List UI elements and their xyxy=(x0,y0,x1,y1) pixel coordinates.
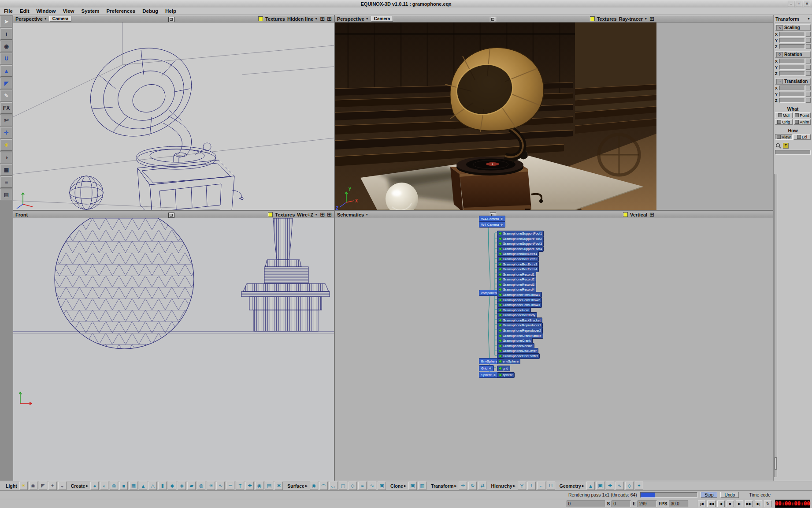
bevel-icon[interactable]: ◇ xyxy=(625,482,634,490)
cross-primitive-icon[interactable]: ✚ xyxy=(245,482,254,490)
view-type-dropdown[interactable]: Schematics xyxy=(337,212,364,217)
end-frame-field[interactable] xyxy=(638,501,657,507)
spot-light-icon[interactable]: ◤ xyxy=(39,482,47,490)
gem-primitive-icon[interactable]: ◈ xyxy=(178,482,186,490)
point-light-icon[interactable]: ☀ xyxy=(19,482,28,490)
cylinder-primitive-icon[interactable]: ▮ xyxy=(158,482,167,490)
translation-z-field[interactable] xyxy=(779,98,805,103)
scaling-x-field[interactable] xyxy=(779,32,805,37)
light-group-label[interactable]: Light xyxy=(6,483,17,489)
rotation-x-slider[interactable] xyxy=(806,59,811,64)
translation-z-slider[interactable] xyxy=(806,98,811,103)
diamond-primitive-icon[interactable]: ◆ xyxy=(168,482,176,490)
fast-forward-button[interactable]: ▶▶ xyxy=(745,501,753,507)
textures-checkbox[interactable] xyxy=(258,16,263,21)
scale-icon[interactable]: ⇄ xyxy=(478,482,486,490)
move-icon[interactable]: ✛ xyxy=(459,482,467,490)
merge-icon[interactable]: ✚ xyxy=(606,482,614,490)
ungroup-icon[interactable]: ⊔ xyxy=(547,482,555,490)
duplicate-icon[interactable]: ▣ xyxy=(408,482,417,490)
hemisphere-primitive-icon[interactable]: ◐ xyxy=(100,482,108,490)
go-to-start-button[interactable]: |◀ xyxy=(698,501,705,507)
wireframe-canvas[interactable] xyxy=(13,22,334,210)
schematic-node[interactable]: envSphere xyxy=(497,359,520,364)
texture-tool-icon[interactable]: ▦ xyxy=(0,164,12,176)
burst-primitive-icon[interactable]: ✱ xyxy=(274,482,283,490)
surface-group-label[interactable]: Surface▶ xyxy=(287,483,308,489)
scaling-z-slider[interactable] xyxy=(806,44,811,49)
revolve-icon[interactable]: ▣ xyxy=(378,482,386,490)
maximize-viewport-icon[interactable] xyxy=(168,213,174,218)
curve-primitive-icon[interactable]: ∿ xyxy=(216,482,225,490)
mirror-icon[interactable]: ✦ xyxy=(635,482,643,490)
shading-mode-dropdown[interactable]: Wire+Z xyxy=(297,212,313,217)
scaling-z-field[interactable] xyxy=(779,44,805,49)
rotation-z-slider[interactable] xyxy=(806,71,811,76)
smooth-icon[interactable]: ∿ xyxy=(615,482,624,490)
maximize-viewport-icon[interactable] xyxy=(490,17,496,22)
rotation-z-field[interactable] xyxy=(779,71,805,76)
stop-playback-button[interactable]: ■ xyxy=(727,501,734,507)
layout-grid-icon[interactable]: ⊞ xyxy=(649,16,654,22)
layout-grid-icon[interactable]: ⊞ xyxy=(327,16,332,22)
terrain-primitive-icon[interactable]: ▤ xyxy=(265,482,273,490)
schematics-canvas[interactable]: W4-Camera W4-Camera components Gramophon… xyxy=(335,218,773,481)
select-tool-icon[interactable]: ➤ xyxy=(0,16,12,27)
view-type-dropdown[interactable]: Front xyxy=(15,212,28,217)
textures-checkbox[interactable] xyxy=(268,212,273,217)
scaling-y-slider[interactable] xyxy=(806,38,811,43)
star-primitive-icon[interactable]: ✳ xyxy=(207,482,215,490)
menu-view[interactable]: View xyxy=(63,8,74,14)
material-tool-icon[interactable]: ◑ xyxy=(0,152,12,163)
step-back-button[interactable]: ◀ xyxy=(717,501,725,507)
layout-grid-icon[interactable]: ⊞ xyxy=(320,16,325,22)
create-group-label[interactable]: Create▶ xyxy=(71,483,89,489)
rotation-section-header[interactable]: ↻ Rotation xyxy=(775,51,811,58)
spotlight-tool-icon[interactable]: ◤ xyxy=(0,78,12,89)
stack-primitive-icon[interactable]: ☰ xyxy=(226,482,234,490)
scaling-section-header[interactable]: ↘ Scaling xyxy=(775,24,811,31)
sphere-primitive-icon[interactable]: ● xyxy=(90,482,99,490)
view-button[interactable]: View xyxy=(775,134,793,140)
triangulate-icon[interactable]: ▲ xyxy=(586,482,595,490)
unparent-icon[interactable]: ⊥ xyxy=(527,482,536,490)
rotation-y-slider[interactable] xyxy=(806,65,811,70)
menu-file[interactable]: File xyxy=(4,8,13,14)
schematic-group-node[interactable]: Grid xyxy=(479,365,494,371)
translation-section-header[interactable]: → Translation xyxy=(775,78,811,85)
torus-primitive-icon[interactable]: ◎ xyxy=(110,482,118,490)
plane-primitive-icon[interactable]: ▰ xyxy=(187,482,196,490)
view-type-dropdown[interactable]: Perspective xyxy=(337,16,364,22)
glow-light-icon[interactable]: ✦ xyxy=(48,482,57,490)
translation-x-slider[interactable] xyxy=(806,86,811,90)
schematic-group-node[interactable]: Sphere xyxy=(479,372,498,378)
menu-edit[interactable]: Edit xyxy=(20,8,30,14)
schematic-node[interactable]: grid xyxy=(497,366,510,371)
parent-icon[interactable]: Y xyxy=(518,482,526,490)
schematic-group-node[interactable]: W4-Camera xyxy=(479,216,505,222)
schematic-node[interactable]: sphere xyxy=(497,372,515,378)
rotate-icon[interactable]: ↻ xyxy=(468,482,477,490)
view-type-dropdown[interactable]: Perspective xyxy=(15,16,43,22)
hierarchy-group-label[interactable]: Hierarchy▶ xyxy=(491,483,515,489)
knife-tool-icon[interactable]: ✄ xyxy=(0,115,12,126)
subdivide-icon[interactable]: ▣ xyxy=(596,482,604,490)
schematic-camera-node[interactable]: W4-Camera xyxy=(479,221,505,228)
fps-field[interactable] xyxy=(669,501,688,507)
grid-primitive-icon[interactable]: ▦ xyxy=(129,482,137,490)
textures-checkbox[interactable] xyxy=(590,16,595,21)
mdl-button[interactable]: Mdl xyxy=(775,112,793,118)
geometry-group-label[interactable]: Geometry▶ xyxy=(560,483,584,489)
arc-down-icon[interactable]: ◡ xyxy=(329,482,337,490)
rotation-x-field[interactable] xyxy=(779,59,805,64)
transform-panel-title[interactable]: Transform xyxy=(775,16,799,22)
vertical-checkbox[interactable] xyxy=(623,212,628,217)
close-button[interactable]: ✕ xyxy=(804,1,810,7)
primitive-tool-icon[interactable]: ▲ xyxy=(0,65,12,77)
menu-system[interactable]: System xyxy=(82,8,100,14)
info-tool-icon[interactable]: i xyxy=(0,28,12,40)
play-button[interactable]: ▶ xyxy=(736,501,743,507)
search-icon[interactable] xyxy=(775,143,781,149)
camera-button[interactable]: Camera xyxy=(49,16,72,22)
translation-x-field[interactable] xyxy=(779,86,805,90)
